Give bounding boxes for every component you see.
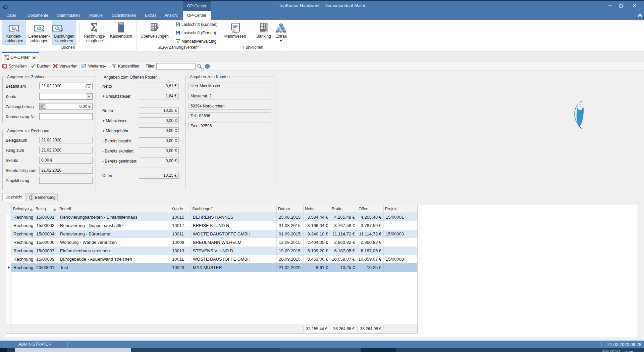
svg-text:31: 31 bbox=[88, 86, 90, 88]
